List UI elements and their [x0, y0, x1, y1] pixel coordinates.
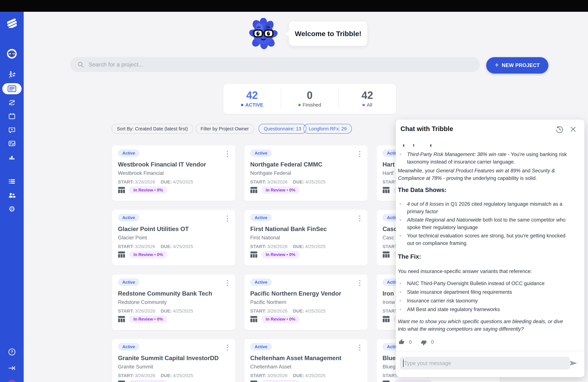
table-icon: [118, 251, 125, 258]
longform-rfx-chip[interactable]: Longform RFx: 29: [303, 124, 352, 134]
progress-badge: In Review • 0%: [129, 251, 168, 258]
sidebar-item-calendar[interactable]: [0, 110, 24, 122]
card-menu-button[interactable]: [357, 279, 363, 287]
card-menu-button[interactable]: [357, 343, 363, 352]
mascot-avatar-icon[interactable]: [7, 49, 17, 59]
project-title: Granite Summit Capital InvestorDD: [118, 355, 219, 361]
project-search[interactable]: Search for a project...: [70, 57, 480, 72]
filter-owner-chip[interactable]: Filter by Project Owner: [195, 124, 254, 134]
card-menu-button[interactable]: [224, 214, 231, 223]
status-badge: Active: [250, 149, 272, 157]
welcome-text: Welcome to Tribble!: [295, 30, 361, 38]
send-button[interactable]: [569, 359, 578, 367]
sort-by-chip[interactable]: Sort By: Created Date (latest first): [112, 124, 193, 134]
project-dates: START:3/26/2026 DUE:4/25/2025: [250, 308, 326, 314]
project-company: Hartf: [382, 170, 394, 176]
sidebar-item-projects-active[interactable]: [2, 83, 21, 94]
chat-panel: Chat with Tribble Third-Party Risk Manag…: [396, 120, 584, 377]
project-dates: START:3/26/2026 DUE:4/25/2025: [118, 373, 193, 378]
project-card[interactable]: Active Pacific Northern Energy Vendor Pa…: [244, 275, 368, 330]
history-icon: [555, 126, 564, 134]
plus-icon: +: [495, 62, 499, 68]
card-menu-button[interactable]: [224, 150, 231, 158]
questionnaire-chip[interactable]: Questionnaire: 13: [259, 124, 306, 134]
logo-stripes-icon: [7, 19, 17, 28]
project-card[interactable]: Active Glacier Point Utilities OT Glacie…: [112, 210, 235, 266]
calendar-icon: [8, 112, 16, 120]
card-menu-button[interactable]: [224, 343, 231, 352]
logout-arrow-icon: [8, 364, 16, 372]
divider: [396, 351, 584, 351]
dislike-count: 0: [431, 339, 434, 345]
project-company: Blueg: [382, 364, 396, 370]
card-menu-button[interactable]: [357, 150, 363, 158]
project-title: Casc: [382, 226, 397, 233]
sidebar-item-settings[interactable]: ⚙: [0, 203, 24, 215]
clipped-text-fragment: [430, 145, 431, 147]
clipped-text-fragment: [413, 144, 414, 147]
bar-chart-icon: [8, 154, 16, 161]
list-icon: [8, 178, 16, 185]
status-badge: Active: [118, 343, 140, 350]
close-button[interactable]: [569, 126, 578, 134]
project-card[interactable]: Active Northgate Federal CMMC Northgate …: [244, 146, 368, 201]
card-menu-button[interactable]: [224, 279, 231, 287]
project-card[interactable]: Active Granite Summit Capital InvestorDD…: [112, 339, 235, 382]
chat-bullet: 4 out of 8 losses in Q1 2026 cited regul…: [407, 200, 569, 215]
projects-icon: [8, 85, 16, 92]
chat-sparkle-icon: [8, 126, 16, 133]
text-caret: [403, 360, 404, 367]
project-card[interactable]: Active Cheltenham Asset Management Chelt…: [244, 339, 368, 382]
project-dates: START:3/26/2026 DUE:4/25/2025: [118, 179, 193, 185]
thumbs-down-icon[interactable]: [420, 340, 427, 346]
chat-bullet: Your technical evaluation scores are str…: [407, 232, 569, 247]
table-icon: [250, 251, 257, 258]
chat-bullet: NAIC Third-Party Oversight Bulletin inst…: [407, 280, 569, 287]
sidebar-item-team[interactable]: [0, 190, 24, 201]
sidebar-item-sync[interactable]: [0, 97, 24, 108]
all-dot-icon: [362, 104, 365, 106]
chat-bullet: AM Best and state regulatory frameworks: [407, 306, 569, 313]
send-icon: [569, 359, 578, 367]
tribble-logo-icon[interactable]: [0, 18, 24, 29]
walking-person-icon: [8, 71, 16, 79]
stat-finished[interactable]: 0 Finished: [281, 84, 338, 114]
project-title: Pacific Northern Energy Vendor: [250, 290, 341, 297]
chat-message-input[interactable]: [400, 357, 570, 370]
logout-button[interactable]: [0, 362, 24, 374]
table-icon: [118, 380, 125, 382]
sync-sparkle-icon: [8, 99, 16, 106]
new-project-button[interactable]: + NEW PROJECT: [486, 57, 548, 74]
status-badge: Active: [118, 214, 140, 221]
project-card[interactable]: Active Westbrook Financial IT Vendor Wes…: [112, 146, 235, 201]
table-icon: [382, 316, 390, 323]
project-title: Iron: [382, 290, 394, 297]
project-card[interactable]: Active First National Bank FinSec First …: [244, 210, 368, 266]
sidebar-item-list[interactable]: [0, 176, 24, 187]
stat-active[interactable]: 42 ACTIVE: [223, 84, 281, 114]
project-title: Cheltenham Asset Management: [250, 355, 341, 361]
project-card[interactable]: Active Redstone Community Bank Tech Reds…: [112, 275, 235, 330]
project-company: Granite Summit: [118, 364, 153, 370]
sidebar-item-checklist[interactable]: [0, 138, 24, 149]
project-company: Redstone Community: [118, 299, 167, 305]
table-icon: [382, 251, 390, 258]
project-title: Westbrook Financial IT Vendor: [118, 161, 206, 168]
user-avatar[interactable]: TK: [7, 380, 17, 382]
search-icon: [77, 61, 84, 68]
help-button[interactable]: ?: [0, 346, 24, 358]
table-icon: [250, 380, 257, 382]
progress-badge: In Review • 0%: [261, 251, 300, 258]
sidebar-item-analytics[interactable]: [0, 152, 24, 163]
card-menu-button[interactable]: [357, 214, 363, 223]
active-dot-icon: [241, 104, 243, 106]
sidebar-item-onboarding[interactable]: [0, 69, 24, 81]
chat-closing-question: Want me to show you which specific quest…: [398, 318, 569, 333]
project-stats-card: 42 ACTIVE 0 Finished 42 All: [223, 84, 396, 114]
sidebar-item-chat[interactable]: [0, 124, 24, 135]
stat-all[interactable]: 42 All: [338, 84, 396, 114]
progress-badge: In Review • 0%: [129, 186, 168, 194]
thumbs-up-icon[interactable]: [399, 339, 405, 345]
checklist-icon: [8, 140, 16, 147]
history-button[interactable]: [555, 126, 564, 134]
